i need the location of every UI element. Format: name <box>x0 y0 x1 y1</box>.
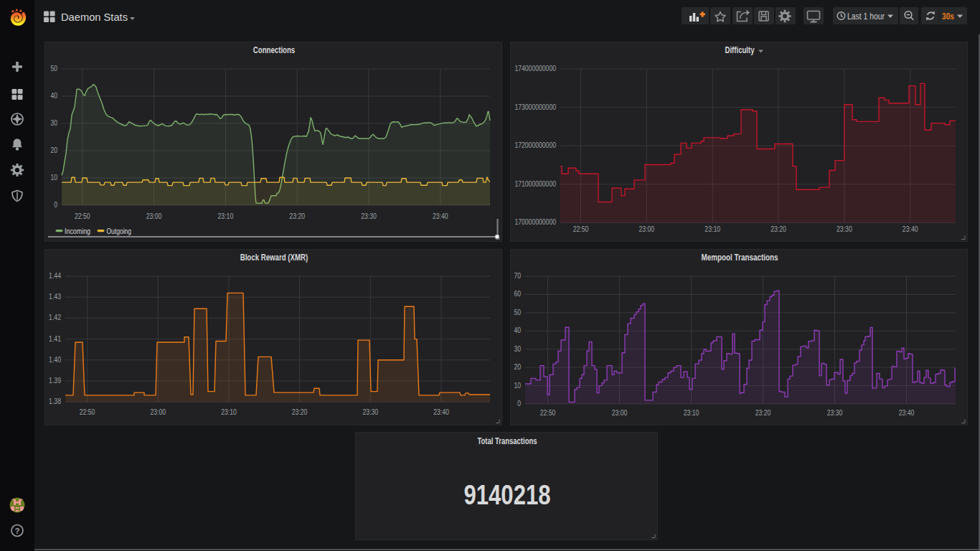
svg-text:60: 60 <box>514 289 521 298</box>
svg-text:23:40: 23:40 <box>903 225 918 233</box>
svg-text:1.38: 1.38 <box>49 397 61 405</box>
svg-text:23:10: 23:10 <box>705 225 720 233</box>
svg-text:174000000000: 174000000000 <box>514 64 556 72</box>
svg-text:23:00: 23:00 <box>146 212 162 220</box>
svg-text:22:50: 22:50 <box>540 408 556 417</box>
svg-text:22:50: 22:50 <box>80 408 95 416</box>
svg-text:1.43: 1.43 <box>49 292 61 301</box>
svg-text:30: 30 <box>50 118 57 127</box>
svg-text:Block Reward (XMR): Block Reward (XMR) <box>240 253 308 263</box>
svg-text:22:50: 22:50 <box>75 212 90 220</box>
svg-text:30s: 30s <box>942 11 954 22</box>
svg-text:23:10: 23:10 <box>221 408 237 416</box>
svg-text:0: 0 <box>517 399 521 408</box>
svg-text:40: 40 <box>514 326 521 334</box>
svg-text:22:50: 22:50 <box>573 225 589 233</box>
svg-text:23:00: 23:00 <box>612 408 628 417</box>
svg-text:23:20: 23:20 <box>755 408 771 417</box>
svg-text:172000000000: 172000000000 <box>514 141 556 149</box>
svg-text:30: 30 <box>514 344 521 353</box>
svg-text:20: 20 <box>514 362 521 371</box>
svg-text:Difficulty: Difficulty <box>725 45 755 55</box>
svg-text:173000000000: 173000000000 <box>514 103 556 111</box>
svg-text:10: 10 <box>514 381 521 390</box>
svg-text:23:40: 23:40 <box>433 212 448 220</box>
svg-text:Total Transactions: Total Transactions <box>478 436 537 446</box>
svg-text:20: 20 <box>50 146 57 154</box>
svg-text:1.42: 1.42 <box>49 313 61 321</box>
svg-text:Mempool Transactions: Mempool Transactions <box>702 253 778 263</box>
svg-text:23:30: 23:30 <box>361 212 377 220</box>
svg-text:40: 40 <box>50 91 57 100</box>
svg-text:1.44: 1.44 <box>49 271 61 280</box>
svg-text:Outgoing: Outgoing <box>107 227 132 235</box>
svg-text:23:20: 23:20 <box>292 408 308 416</box>
svg-text:23:30: 23:30 <box>837 225 852 233</box>
svg-text:1.39: 1.39 <box>49 376 61 385</box>
svg-text:50: 50 <box>50 64 57 72</box>
svg-text:23:10: 23:10 <box>684 408 699 417</box>
svg-text:170000000000: 170000000000 <box>514 217 556 226</box>
svg-text:23:10: 23:10 <box>218 212 234 220</box>
svg-text:1.40: 1.40 <box>49 355 61 364</box>
svg-text:Connections: Connections <box>253 45 296 55</box>
svg-text:Daemon Stats: Daemon Stats <box>61 11 128 23</box>
svg-text:0: 0 <box>54 200 57 209</box>
svg-text:50: 50 <box>514 308 521 316</box>
svg-text:23:00: 23:00 <box>639 225 654 233</box>
svg-text:10: 10 <box>50 173 57 182</box>
svg-text:23:40: 23:40 <box>433 408 449 416</box>
svg-text:23:20: 23:20 <box>289 212 305 220</box>
svg-text:23:00: 23:00 <box>150 408 166 416</box>
svg-text:171000000000: 171000000000 <box>514 179 556 188</box>
svg-text:9140218: 9140218 <box>464 480 551 510</box>
svg-text:23:20: 23:20 <box>771 225 786 233</box>
svg-text:23:40: 23:40 <box>899 408 915 417</box>
svg-text:?: ? <box>14 527 19 535</box>
svg-text:70: 70 <box>514 271 521 280</box>
svg-text:Last 1 hour: Last 1 hour <box>847 11 885 22</box>
svg-text:23:30: 23:30 <box>362 408 378 416</box>
svg-text:23:30: 23:30 <box>827 408 843 417</box>
svg-text:1.41: 1.41 <box>49 334 61 343</box>
svg-text:Incoming: Incoming <box>65 227 90 235</box>
